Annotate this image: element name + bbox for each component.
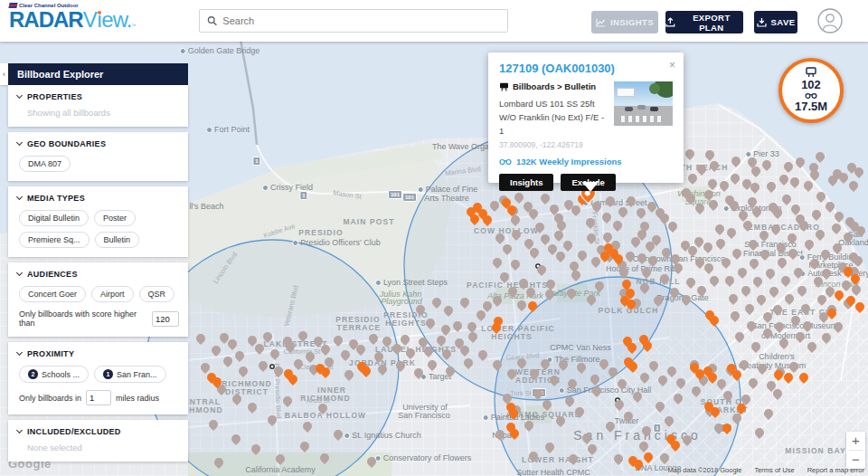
route-shield: 101 — [388, 190, 402, 199]
audience-chip[interactable]: Concert Goer — [19, 286, 86, 302]
properties-note: Showing all billboards — [27, 108, 179, 118]
proximity-section: PROXIMITY 2 Schools ... 1 San Fran... On… — [8, 342, 188, 414]
poi-icon — [799, 254, 806, 261]
map-label: DISTRICT — [225, 387, 269, 396]
chevron-down-icon — [16, 194, 23, 200]
impressions-count-icon — [805, 92, 817, 100]
save-icon — [757, 17, 767, 27]
poi-icon — [559, 387, 565, 394]
poi-icon — [180, 48, 186, 54]
poi-icon — [375, 280, 382, 286]
radarview-wordmark: RADARVıew.™ — [9, 8, 135, 37]
radius-input[interactable] — [86, 390, 111, 405]
count-badge: 1 — [103, 369, 113, 379]
map-label: MAIN POST — [343, 217, 394, 226]
proximity-chip-sanfran[interactable]: 1 San Fran... — [94, 366, 166, 383]
popup-insights-button[interactable]: Insights — [499, 174, 553, 191]
export-icon — [665, 17, 675, 27]
map-label: Turk St — [510, 389, 532, 397]
poi-icon — [292, 240, 298, 246]
billboard-coordinates: 37.800909, -122.426719 — [499, 140, 673, 149]
zoom-in-button[interactable]: + — [846, 432, 865, 450]
route-shield: 1 — [252, 157, 260, 166]
terms-of-use-link[interactable]: Terms of Use — [754, 466, 794, 474]
chevron-down-icon — [16, 349, 23, 356]
search-bar[interactable] — [199, 9, 508, 33]
score-filter-label: Only billboards with score higher than — [19, 309, 147, 328]
map-label: Arts Theatre — [424, 194, 468, 203]
media-chip[interactable]: Poster — [94, 210, 136, 226]
report-map-error-link[interactable]: Report a map error — [807, 466, 864, 474]
geo-chip-dma[interactable]: DMA 807 — [19, 156, 71, 172]
billboard-count-icon — [805, 67, 817, 78]
br-logo: Clear Channel Outdoor RADARVıew.™ — [9, 3, 135, 37]
insights-button[interactable]: INSIGHTS — [591, 11, 658, 33]
address-line: Lombard US 101 SS 25ft — [499, 97, 612, 110]
map-label: Playground — [381, 297, 422, 306]
map-label: EMBARCADERO — [748, 223, 820, 232]
map-data-credit: Map data ©2018 Google — [668, 466, 742, 474]
map-label: BALBOA HOLLOW — [285, 411, 366, 420]
media-chip[interactable]: Premiere Sq... — [19, 232, 90, 248]
export-plan-button[interactable]: EXPORT PLAN — [665, 11, 743, 33]
map-label: PACIFIC HEIGHTS — [467, 281, 548, 290]
billboard-icon — [499, 82, 509, 91]
media-chip[interactable]: Digital Bulletin — [19, 210, 89, 226]
map-attribution: Map data ©2018 Google Terms of Use Repor… — [668, 466, 864, 474]
i-dot-icon — [98, 11, 101, 14]
poi-icon — [483, 414, 489, 421]
map-label: Conservatory of Flowers — [375, 453, 472, 462]
address-line: 1 — [499, 124, 612, 138]
plan-summary-badge[interactable]: 102 17.5M — [778, 58, 844, 123]
billboard-photo-thumbnail[interactable] — [614, 81, 673, 126]
route-shield: 1 — [653, 424, 661, 433]
chevron-down-icon — [16, 270, 23, 276]
map-label: The Wave Organ — [432, 142, 494, 151]
insights-chart-icon — [596, 18, 606, 27]
search-input[interactable] — [222, 15, 500, 26]
included-excluded-note: None selected — [27, 443, 179, 452]
user-avatar[interactable] — [817, 8, 843, 33]
map-label: PRESIDIO — [298, 228, 343, 237]
properties-header[interactable]: PROPERTIES — [17, 92, 179, 101]
map-zoom-control: + − — [846, 432, 865, 469]
app-header: Clear Channel Outdoor RADARVıew.™ INSIGH… — [0, 0, 868, 42]
score-threshold-input[interactable] — [152, 311, 179, 327]
properties-section: PROPERTIES Showing all billboards — [8, 85, 188, 127]
sidebar-collapse-button[interactable]: ‹ — [0, 63, 8, 85]
audiences-section: AUDIENCES Concert Goer Airport QSR Only … — [8, 262, 188, 337]
close-icon[interactable]: × — [669, 59, 675, 71]
map-label: San Francisco — [398, 411, 450, 420]
poi-icon — [418, 186, 424, 193]
audience-chip[interactable]: QSR — [139, 286, 175, 302]
media-types-header[interactable]: MEDIA TYPES — [17, 194, 179, 203]
billboard-category: Billboards > Bulletin — [513, 81, 596, 91]
billboard-detail-popup: 127109 (OAK001030) × Billboards > Bullet… — [488, 52, 684, 183]
map-label: Fort Point — [206, 125, 250, 134]
poi-icon — [344, 433, 350, 439]
poi-icon — [745, 151, 751, 157]
audiences-header[interactable]: AUDIENCES — [17, 270, 179, 279]
map-label: St. Ignatius Church — [344, 431, 421, 440]
map-label: TERRACE — [337, 323, 382, 332]
popup-pointer — [582, 182, 599, 192]
proximity-chip-schools[interactable]: 2 Schools ... — [19, 366, 89, 383]
poi-icon — [206, 127, 212, 133]
route-shield: 1 — [299, 191, 307, 200]
billboard-count: 102 — [801, 79, 821, 90]
radius-filter-prefix: Only billboards in — [19, 394, 81, 403]
geo-boundaries-header[interactable]: GEO BOUNDARIES — [17, 139, 179, 148]
geo-boundaries-section: GEO BOUNDARIES DMA 807 — [8, 132, 188, 181]
included-excluded-section: INCLUDED/EXCLUDED None selected — [8, 420, 188, 462]
map-label: HEIGHTS — [385, 319, 426, 328]
poi-icon — [262, 185, 269, 191]
chevron-down-icon — [16, 139, 23, 146]
media-chip[interactable]: Bulletin — [95, 232, 140, 248]
save-button[interactable]: SAVE — [754, 11, 797, 33]
map-label: Anza St — [307, 396, 330, 405]
proximity-header[interactable]: PROXIMITY — [17, 349, 179, 358]
audience-chip[interactable]: Airport — [91, 286, 134, 302]
map-label: Lyon Street Steps — [375, 278, 448, 287]
map-label: MISSION BAY — [785, 446, 846, 455]
included-excluded-header[interactable]: INCLUDED/EXCLUDED — [17, 427, 179, 436]
